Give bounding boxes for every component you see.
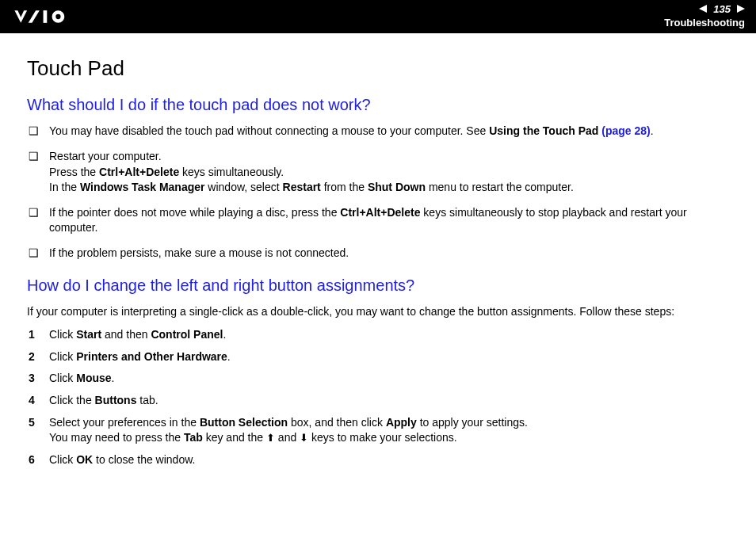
bold-text: Windows Task Manager bbox=[80, 181, 205, 193]
bold-text: Ctrl+Alt+Delete bbox=[340, 206, 420, 219]
down-arrow-icon: ⬇ bbox=[300, 432, 308, 444]
bold-text: Start bbox=[76, 328, 101, 341]
text: window, select bbox=[204, 181, 282, 193]
svg-marker-1 bbox=[699, 5, 707, 13]
list-item: If the problem persists, make sure a mou… bbox=[27, 246, 729, 261]
step-number: 4 bbox=[29, 393, 35, 409]
text: You may need to press the bbox=[49, 431, 184, 444]
text: Click bbox=[49, 328, 76, 341]
svg-marker-2 bbox=[737, 5, 745, 13]
bold-text: Control Panel bbox=[151, 328, 223, 341]
list-item: If the pointer does not move while playi… bbox=[27, 205, 729, 236]
text: to apply your settings. bbox=[417, 416, 528, 429]
bold-text: OK bbox=[76, 453, 93, 466]
up-arrow-icon: ⬆ bbox=[266, 432, 275, 444]
text: Click bbox=[49, 350, 76, 363]
bold-text: Tab bbox=[184, 431, 203, 444]
text: keys simultaneously. bbox=[179, 166, 284, 178]
text: keys to make your selections. bbox=[308, 431, 457, 444]
text: and then bbox=[101, 328, 151, 341]
text: box, and then click bbox=[288, 416, 386, 429]
page-link[interactable]: (page 28) bbox=[601, 124, 650, 137]
bold-text: Restart bbox=[283, 181, 321, 193]
bold-text: Button Selection bbox=[200, 416, 288, 429]
text: to close the window. bbox=[93, 453, 195, 466]
prev-page-arrow-icon[interactable] bbox=[699, 3, 710, 17]
question-heading-2: How do I change the left and right butto… bbox=[27, 274, 729, 296]
text: If the problem persists, make sure a mou… bbox=[49, 246, 349, 259]
page-title: Touch Pad bbox=[27, 54, 729, 82]
text: Select your preferences in the bbox=[49, 416, 200, 429]
vaio-logo bbox=[11, 8, 90, 25]
page-navigation: 135 bbox=[664, 3, 745, 17]
text: Click the bbox=[49, 394, 95, 406]
text: . bbox=[651, 124, 654, 137]
bold-text: Shut Down bbox=[368, 181, 426, 193]
text: and bbox=[275, 431, 300, 444]
step-number: 3 bbox=[29, 371, 35, 387]
list-item: 6 Click OK to close the window. bbox=[27, 452, 729, 468]
svg-rect-0 bbox=[44, 10, 48, 23]
text: . bbox=[112, 372, 115, 384]
page-number: 135 bbox=[713, 3, 731, 17]
list-item: 2 Click Printers and Other Hardware. bbox=[27, 349, 729, 365]
bold-text: Buttons bbox=[95, 394, 137, 406]
text: Press the bbox=[49, 166, 99, 178]
step-number: 5 bbox=[29, 415, 35, 431]
text: . bbox=[223, 328, 226, 341]
text: Restart your computer. bbox=[49, 150, 162, 162]
bold-text: Ctrl+Alt+Delete bbox=[99, 166, 179, 178]
text: Click bbox=[49, 372, 76, 384]
text: Click bbox=[49, 453, 76, 466]
text: menu to restart the computer. bbox=[426, 181, 574, 193]
numbered-list: 1 Click Start and then Control Panel. 2 … bbox=[27, 327, 729, 467]
page-content: Touch Pad What should I do if the touch … bbox=[0, 33, 756, 490]
header-bar: 135 Troubleshooting bbox=[0, 0, 756, 33]
list-item: 3 Click Mouse. bbox=[27, 371, 729, 387]
text: If the pointer does not move while playi… bbox=[49, 206, 340, 219]
question-heading-1: What should I do if the touch pad does n… bbox=[27, 93, 729, 116]
list-item: You may have disabled the touch pad with… bbox=[27, 124, 729, 139]
text: In the bbox=[49, 181, 80, 193]
bold-text: Mouse bbox=[76, 372, 111, 384]
text: key and the bbox=[203, 431, 266, 444]
bold-text: Using the Touch Pad bbox=[489, 124, 601, 137]
header-right: 135 Troubleshooting bbox=[664, 3, 745, 30]
intro-paragraph: If your computer is interpreting a singl… bbox=[27, 304, 729, 320]
section-label: Troubleshooting bbox=[664, 17, 745, 30]
list-item: 5 Select your preferences in the Button … bbox=[27, 415, 729, 446]
text: . bbox=[227, 350, 231, 363]
next-page-arrow-icon[interactable] bbox=[734, 3, 745, 17]
bullet-list-1: You may have disabled the touch pad with… bbox=[27, 124, 729, 261]
step-number: 6 bbox=[29, 452, 35, 468]
text: You may have disabled the touch pad with… bbox=[49, 124, 489, 137]
bold-text: Apply bbox=[386, 416, 417, 429]
bold-text: Printers and Other Hardware bbox=[76, 350, 227, 363]
step-number: 1 bbox=[29, 327, 35, 343]
text: from the bbox=[321, 181, 368, 193]
list-item: Restart your computer. Press the Ctrl+Al… bbox=[27, 149, 729, 196]
text: tab. bbox=[136, 394, 158, 406]
list-item: 4 Click the Buttons tab. bbox=[27, 393, 729, 409]
list-item: 1 Click Start and then Control Panel. bbox=[27, 327, 729, 343]
step-number: 2 bbox=[29, 349, 35, 365]
